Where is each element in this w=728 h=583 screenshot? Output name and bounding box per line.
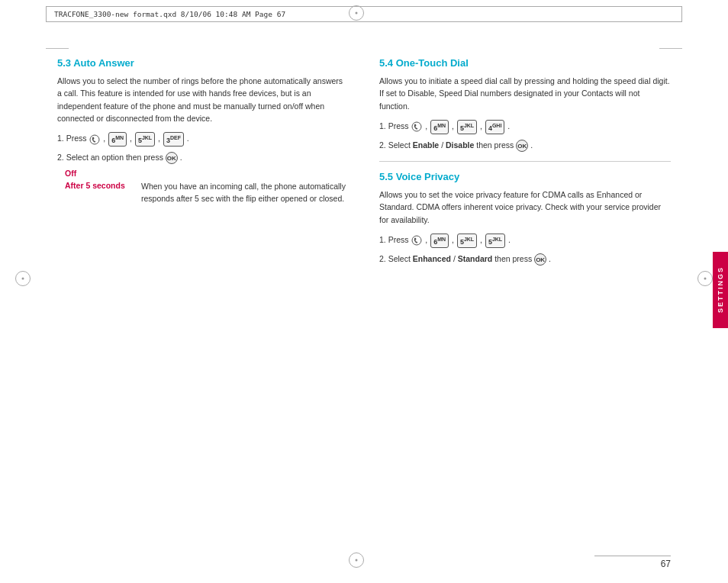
ok-button-1: OK: [166, 152, 178, 164]
menu-icon-3: [411, 235, 422, 246]
voice-privacy-body: Allows you to set the voice privacy feat…: [379, 188, 671, 226]
auto-answer-step2: 2. Select an option then press OK .: [57, 151, 349, 164]
one-touch-step1: 1. Press , 6MN , 5JKL , 4GHI .: [379, 120, 671, 134]
otd-key-4ghi: 4GHI: [485, 120, 504, 134]
step1-comma2: ,: [130, 134, 132, 143]
svg-point-1: [412, 122, 421, 131]
svg-point-2: [412, 236, 421, 245]
right-column: 5.4 One-Touch Dial Allows you to initiat…: [379, 57, 671, 270]
left-column: 5.3 Auto Answer Allows you to select the…: [57, 57, 349, 270]
otd-comma2: ,: [452, 121, 454, 130]
otd-step1-prefix: 1. Press: [379, 121, 409, 130]
otd-then: then press: [476, 140, 516, 150]
otd-key-5jkl: 5JKL: [457, 120, 477, 134]
section-auto-answer: 5.3 Auto Answer Allows you to select the…: [57, 57, 349, 205]
bottom-rule: [594, 556, 671, 556]
svg-point-0: [90, 135, 99, 144]
vp-step1-prefix: 1. Press: [379, 235, 409, 244]
otd-key-6mn: 6MN: [430, 120, 449, 134]
header-bar: TRACFONE_3300-new format.qxd 8/10/06 10:…: [46, 6, 682, 22]
one-touch-dial-body: Allows you to initiate a speed dial call…: [379, 75, 671, 112]
step1-comma3: ,: [158, 134, 160, 143]
main-content: 5.3 Auto Answer Allows you to select the…: [57, 57, 671, 552]
otd-comma1: ,: [425, 121, 427, 130]
vp-step2-prefix: 2. Select: [379, 254, 411, 263]
section-one-touch-dial: 5.4 One-Touch Dial Allows you to initiat…: [379, 57, 671, 152]
option-after-label: After 5 seconds: [65, 181, 134, 205]
one-touch-step2: 2. Select Enable / Disable then press OK…: [379, 139, 671, 152]
otd-step2-prefix: 2. Select: [379, 140, 411, 150]
section-divider: [379, 161, 671, 162]
step1-comma1: ,: [103, 134, 105, 143]
section-voice-privacy: 5.5 Voice Privacy Allows you to set the …: [379, 171, 671, 266]
vp-key-5jkl-2: 5JKL: [485, 234, 505, 248]
vp-key-6mn: 6MN: [430, 234, 449, 248]
vp-period: .: [549, 254, 551, 263]
crop-line-top-left: [46, 48, 69, 49]
key-3def: 3DEF: [163, 132, 184, 147]
step2-text: 2. Select an option then press: [57, 153, 163, 162]
header-text: TRACFONE_3300-new format.qxd 8/10/06 10:…: [54, 10, 285, 18]
vp-standard: Standard: [458, 254, 493, 263]
crop-line-top-right: [659, 48, 682, 49]
key-5jkl: 5JKL: [135, 132, 155, 147]
otd-enable: Enable: [413, 140, 439, 150]
voice-privacy-step2: 2. Select Enhanced / Standard then press…: [379, 253, 671, 266]
page-number: 67: [661, 559, 671, 569]
otd-period: .: [507, 121, 510, 130]
settings-tab-label: SETTINGS: [717, 266, 724, 313]
otd-slash: /: [439, 140, 446, 150]
vp-comma3: ,: [480, 235, 482, 244]
otd-disable: Disable: [446, 140, 474, 150]
auto-answer-step1: 1. Press , 6MN , 5JKL , 3DEF .: [57, 132, 349, 147]
step1-period: .: [187, 134, 189, 143]
two-column-layout: 5.3 Auto Answer Allows you to select the…: [57, 57, 671, 270]
option-after-desc: When you have an incoming call, the phon…: [141, 181, 349, 205]
vp-then: then press: [494, 254, 534, 263]
ok-button-3: OK: [534, 253, 546, 266]
auto-answer-heading: 5.3 Auto Answer: [57, 57, 349, 69]
vp-slash: /: [451, 254, 458, 263]
settings-tab: SETTINGS: [713, 252, 728, 328]
step1-prefix: 1. Press: [57, 134, 87, 143]
ok-button-2: OK: [516, 140, 528, 152]
option-off-label: Off: [65, 169, 349, 178]
menu-icon: [89, 134, 100, 145]
step2-period: .: [180, 153, 182, 162]
voice-privacy-step1: 1. Press , 6MN , 5JKL , 5JKL .: [379, 234, 671, 248]
vp-comma2: ,: [452, 235, 454, 244]
vp-comma1: ,: [425, 235, 427, 244]
registration-mark-bottom: [349, 552, 364, 568]
otd-comma3: ,: [480, 121, 482, 130]
voice-privacy-heading: 5.5 Voice Privacy: [379, 171, 671, 182]
option-after-row: After 5 seconds When you have an incomin…: [65, 181, 349, 205]
one-touch-dial-heading: 5.4 One-Touch Dial: [379, 57, 671, 69]
vp-period: .: [508, 235, 511, 244]
registration-mark-right: [697, 271, 713, 286]
otd-period: .: [530, 140, 533, 150]
registration-mark-left: [15, 271, 31, 286]
menu-icon-2: [411, 121, 422, 132]
vp-key-5jkl-1: 5JKL: [457, 234, 477, 248]
vp-enhanced: Enhanced: [413, 254, 451, 263]
key-6mn: 6MN: [108, 132, 127, 147]
auto-answer-options: Off After 5 seconds When you have an inc…: [65, 169, 349, 205]
auto-answer-body: Allows you to select the number of rings…: [57, 75, 349, 124]
